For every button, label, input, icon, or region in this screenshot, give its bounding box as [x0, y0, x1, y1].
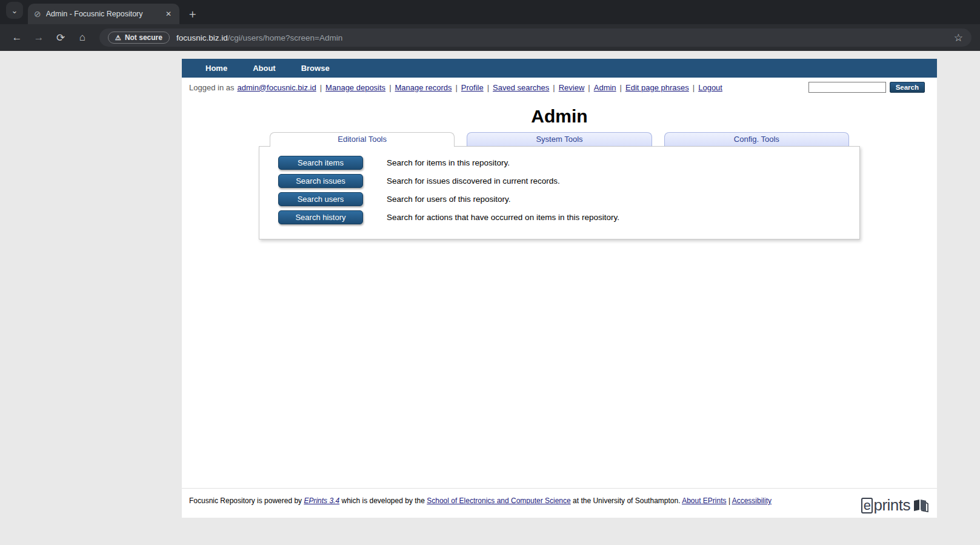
eprints-logo-e: e: [861, 498, 873, 513]
search-issues-description: Search for issues discovered in current …: [387, 176, 560, 186]
eprints-logo-rest: prints: [873, 496, 910, 515]
search-history-button[interactable]: Search history: [278, 210, 363, 224]
page-footer: Focusnic Repository is powered by EPrint…: [182, 488, 937, 518]
tool-row-search-history: Search history Search for actions that h…: [259, 210, 859, 224]
tab-close-icon[interactable]: ✕: [162, 8, 175, 20]
login-bar: Logged in as admin@focusnic.biz.id | Man…: [182, 78, 937, 97]
footer-link-school[interactable]: School of Electronics and Computer Scien…: [427, 497, 570, 505]
tab-favicon-icon: ⊘: [34, 9, 41, 19]
browser-tab[interactable]: ⊘ Admin - Focusnic Repository ✕: [28, 4, 179, 24]
search-button[interactable]: Search: [890, 82, 925, 93]
url-path: /cgi/users/home?screen=Admin: [228, 33, 342, 42]
link-review[interactable]: Review: [559, 83, 585, 92]
eprints-logo: eprints: [861, 496, 928, 515]
tab-editorial-tools[interactable]: Editorial Tools: [270, 132, 455, 147]
page-content: Home About Browse Logged in as admin@foc…: [182, 59, 937, 518]
url-bar[interactable]: ⚠ Not secure focusnic.biz.id/cgi/users/h…: [99, 28, 972, 47]
logged-in-label: Logged in as: [189, 83, 234, 92]
footer-developed-by: which is developed by the: [341, 497, 424, 505]
separator: |: [320, 83, 322, 92]
footer-powered-by: Focusnic Repository is powered by: [189, 497, 302, 505]
separator: |: [487, 83, 489, 92]
nav-item-browse[interactable]: Browse: [288, 64, 342, 73]
search-issues-button[interactable]: Search issues: [278, 174, 363, 188]
footer-link-accessibility[interactable]: Accessibility: [732, 497, 772, 505]
footer-southampton: at the University of Southampton.: [573, 497, 680, 505]
bookmark-star-icon[interactable]: ☆: [954, 32, 963, 44]
reload-button[interactable]: ⟳: [52, 29, 69, 46]
browser-tab-strip: ⌄ ⊘ Admin - Focusnic Repository ✕ ＋: [0, 0, 980, 24]
search-history-description: Search for actions that have occurred on…: [387, 213, 619, 222]
link-saved-searches[interactable]: Saved searches: [493, 83, 549, 92]
tool-row-search-users: Search users Search for users of this re…: [259, 192, 859, 206]
separator: |: [588, 83, 590, 92]
url-text: focusnic.biz.id/cgi/users/home?screen=Ad…: [176, 33, 342, 42]
browser-toolbar: ← → ⟳ ⌂ ⚠ Not secure focusnic.biz.id/cgi…: [0, 24, 980, 51]
separator: |: [553, 83, 555, 92]
link-manage-records[interactable]: Manage records: [395, 83, 452, 92]
separator: |: [728, 497, 730, 505]
separator: |: [620, 83, 622, 92]
separator: |: [455, 83, 457, 92]
tab-system-tools[interactable]: System Tools: [467, 132, 652, 146]
main-navigation: Home About Browse: [182, 59, 937, 78]
editorial-tools-panel: Search items Search for items in this re…: [259, 146, 860, 239]
tab-config-tools[interactable]: Config. Tools: [664, 132, 849, 146]
footer-link-eprints[interactable]: EPrints 3.4: [304, 497, 339, 505]
tab-title: Admin - Focusnic Repository: [46, 10, 162, 18]
admin-tabs: Editorial Tools System Tools Config. Too…: [259, 132, 860, 146]
nav-item-about[interactable]: About: [240, 64, 288, 73]
tool-row-search-items: Search items Search for items in this re…: [259, 156, 859, 170]
back-button[interactable]: ←: [8, 29, 25, 46]
url-domain: focusnic.biz.id: [176, 33, 228, 42]
search-items-description: Search for items in this repository.: [387, 158, 510, 167]
not-secure-badge[interactable]: ⚠ Not secure: [108, 32, 170, 44]
logged-in-email-link[interactable]: admin@focusnic.biz.id: [237, 83, 316, 92]
page-title: Admin: [182, 106, 937, 127]
footer-text: Focusnic Repository is powered by EPrint…: [189, 497, 772, 505]
link-profile[interactable]: Profile: [461, 83, 484, 92]
link-admin[interactable]: Admin: [594, 83, 616, 92]
separator: |: [693, 83, 695, 92]
search-users-description: Search for users of this repository.: [387, 195, 511, 204]
link-logout[interactable]: Logout: [698, 83, 722, 92]
tab-search-button[interactable]: ⌄: [6, 2, 23, 19]
tool-row-search-issues: Search issues Search for issues discover…: [259, 174, 859, 188]
search-users-button[interactable]: Search users: [278, 192, 363, 206]
footer-link-about-eprints[interactable]: About EPrints: [682, 497, 726, 505]
warning-icon: ⚠: [115, 34, 121, 42]
eprints-logo-text: eprints: [861, 496, 910, 515]
forward-button[interactable]: →: [30, 29, 47, 46]
separator: |: [389, 83, 391, 92]
login-links: Logged in as admin@focusnic.biz.id | Man…: [189, 83, 725, 92]
not-secure-label: Not secure: [125, 33, 162, 42]
chevron-down-icon: ⌄: [12, 6, 18, 15]
new-tab-button[interactable]: ＋: [187, 8, 198, 19]
home-button[interactable]: ⌂: [74, 29, 91, 46]
admin-tabs-area: Editorial Tools System Tools Config. Too…: [259, 132, 860, 239]
search-input[interactable]: [808, 82, 886, 93]
nav-item-home[interactable]: Home: [193, 64, 240, 73]
quick-search: Search: [808, 82, 925, 93]
search-items-button[interactable]: Search items: [278, 156, 363, 170]
link-edit-page-phrases[interactable]: Edit page phrases: [625, 83, 689, 92]
book-icon: [913, 499, 928, 512]
link-manage-deposits[interactable]: Manage deposits: [325, 83, 385, 92]
